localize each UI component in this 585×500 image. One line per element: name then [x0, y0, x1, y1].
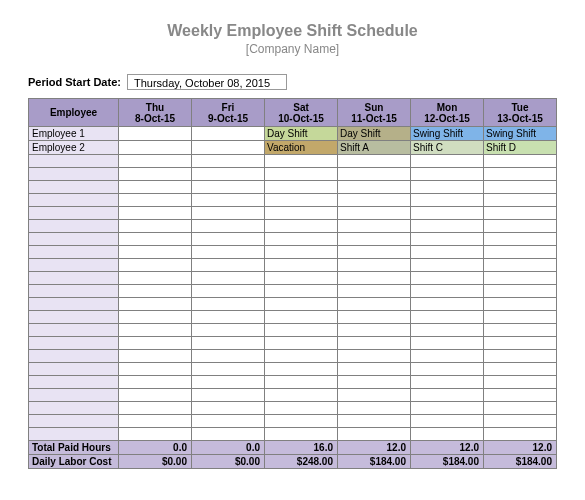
shift-cell[interactable] — [265, 207, 338, 220]
shift-cell[interactable] — [119, 402, 192, 415]
shift-cell[interactable] — [265, 428, 338, 441]
shift-cell[interactable] — [411, 298, 484, 311]
shift-cell[interactable] — [411, 207, 484, 220]
shift-cell[interactable] — [265, 324, 338, 337]
shift-cell[interactable] — [119, 207, 192, 220]
shift-cell[interactable] — [119, 415, 192, 428]
shift-cell[interactable] — [119, 311, 192, 324]
shift-cell[interactable] — [411, 324, 484, 337]
shift-cell[interactable] — [484, 220, 557, 233]
shift-cell[interactable] — [484, 389, 557, 402]
shift-cell[interactable] — [119, 272, 192, 285]
shift-cell[interactable] — [265, 376, 338, 389]
shift-cell[interactable]: Day Shift — [338, 127, 411, 141]
employee-name-cell[interactable] — [29, 402, 119, 415]
shift-cell[interactable] — [338, 285, 411, 298]
shift-cell[interactable] — [119, 220, 192, 233]
shift-cell[interactable] — [411, 194, 484, 207]
shift-cell[interactable] — [338, 259, 411, 272]
shift-cell[interactable] — [484, 233, 557, 246]
shift-cell[interactable] — [338, 428, 411, 441]
shift-cell[interactable] — [265, 415, 338, 428]
shift-cell[interactable] — [411, 155, 484, 168]
shift-cell[interactable] — [484, 324, 557, 337]
shift-cell[interactable] — [119, 127, 192, 141]
shift-cell[interactable] — [411, 233, 484, 246]
shift-cell[interactable] — [119, 363, 192, 376]
shift-cell[interactable] — [338, 363, 411, 376]
shift-cell[interactable] — [411, 402, 484, 415]
shift-cell[interactable] — [338, 246, 411, 259]
shift-cell[interactable] — [119, 168, 192, 181]
employee-name-cell[interactable] — [29, 259, 119, 272]
shift-cell[interactable] — [192, 127, 265, 141]
employee-name-cell[interactable] — [29, 389, 119, 402]
shift-cell[interactable] — [265, 181, 338, 194]
shift-cell[interactable] — [192, 155, 265, 168]
shift-cell[interactable] — [192, 363, 265, 376]
shift-cell[interactable] — [338, 207, 411, 220]
shift-cell[interactable] — [265, 233, 338, 246]
shift-cell[interactable] — [119, 376, 192, 389]
shift-cell[interactable] — [265, 298, 338, 311]
employee-name-cell[interactable] — [29, 311, 119, 324]
employee-name-cell[interactable] — [29, 363, 119, 376]
shift-cell[interactable] — [411, 168, 484, 181]
shift-cell[interactable] — [192, 168, 265, 181]
shift-cell[interactable] — [411, 350, 484, 363]
shift-cell[interactable] — [411, 259, 484, 272]
shift-cell[interactable] — [265, 155, 338, 168]
shift-cell[interactable] — [192, 298, 265, 311]
shift-cell[interactable] — [484, 259, 557, 272]
shift-cell[interactable] — [484, 285, 557, 298]
shift-cell[interactable] — [338, 298, 411, 311]
shift-cell[interactable] — [484, 246, 557, 259]
shift-cell[interactable] — [265, 337, 338, 350]
shift-cell[interactable] — [484, 155, 557, 168]
shift-cell[interactable] — [338, 220, 411, 233]
shift-cell[interactable]: Vacation — [265, 141, 338, 155]
shift-cell[interactable] — [192, 259, 265, 272]
employee-name-cell[interactable] — [29, 194, 119, 207]
shift-cell[interactable] — [265, 285, 338, 298]
shift-cell[interactable] — [192, 324, 265, 337]
shift-cell[interactable] — [484, 298, 557, 311]
shift-cell[interactable] — [192, 376, 265, 389]
shift-cell[interactable]: Shift C — [411, 141, 484, 155]
shift-cell[interactable] — [484, 350, 557, 363]
shift-cell[interactable]: Shift D — [484, 141, 557, 155]
shift-cell[interactable]: Swing Shift — [411, 127, 484, 141]
employee-name-cell[interactable] — [29, 220, 119, 233]
employee-name-cell[interactable] — [29, 168, 119, 181]
shift-cell[interactable] — [265, 194, 338, 207]
employee-name-cell[interactable] — [29, 415, 119, 428]
shift-cell[interactable] — [338, 168, 411, 181]
shift-cell[interactable] — [119, 246, 192, 259]
shift-cell[interactable] — [192, 402, 265, 415]
shift-cell[interactable] — [265, 311, 338, 324]
shift-cell[interactable] — [119, 155, 192, 168]
shift-cell[interactable] — [265, 272, 338, 285]
shift-cell[interactable] — [265, 246, 338, 259]
shift-cell[interactable]: Swing Shift — [484, 127, 557, 141]
shift-cell[interactable] — [484, 363, 557, 376]
shift-cell[interactable] — [484, 376, 557, 389]
shift-cell[interactable] — [192, 337, 265, 350]
period-start-date-input[interactable]: Thursday, October 08, 2015 — [127, 74, 287, 90]
shift-cell[interactable] — [192, 272, 265, 285]
shift-cell[interactable] — [119, 194, 192, 207]
employee-name-cell[interactable] — [29, 233, 119, 246]
shift-cell[interactable] — [338, 389, 411, 402]
shift-cell[interactable] — [411, 363, 484, 376]
shift-cell[interactable]: Day Shift — [265, 127, 338, 141]
shift-cell[interactable] — [192, 389, 265, 402]
shift-cell[interactable] — [411, 220, 484, 233]
shift-cell[interactable] — [411, 428, 484, 441]
shift-cell[interactable] — [338, 272, 411, 285]
shift-cell[interactable] — [119, 350, 192, 363]
shift-cell[interactable] — [265, 389, 338, 402]
shift-cell[interactable] — [265, 220, 338, 233]
shift-cell[interactable] — [411, 285, 484, 298]
shift-cell[interactable] — [338, 402, 411, 415]
shift-cell[interactable] — [119, 389, 192, 402]
